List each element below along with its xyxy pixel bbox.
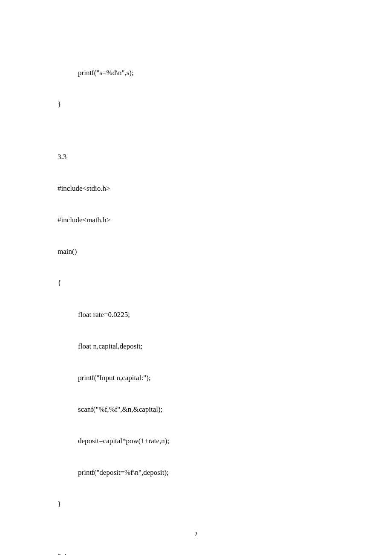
code-line: main(): [58, 247, 334, 257]
code-line: printf("s=%d\n",s);: [58, 68, 334, 78]
section-label: 3.3: [58, 152, 334, 163]
code-line: scanf("%f,%f",&n,&capital);: [58, 404, 334, 415]
code-line: }: [58, 99, 334, 110]
code-block-3-3: 3.3 #include<stdio.h> #include<math.h> m…: [58, 131, 334, 530]
code-line: {: [58, 278, 334, 289]
code-line: float rate=0.0225;: [58, 310, 334, 320]
code-line: printf("deposit=%f\n",deposit);: [58, 468, 334, 478]
section-label: 3.4: [58, 552, 334, 555]
page-content: printf("s=%d\n",s); } 3.3 #include<stdio…: [0, 0, 392, 555]
code-line: float n,capital,deposit;: [58, 341, 334, 352]
code-line: deposit=capital*pow(1+rate,n);: [58, 436, 334, 447]
code-line: #include<stdio.h>: [58, 183, 334, 194]
code-line: }: [58, 499, 334, 510]
code-line: #include<math.h>: [58, 215, 334, 226]
page-number: 2: [0, 531, 392, 538]
code-line: printf("Input n,capital:");: [58, 373, 334, 384]
code-block-prev-tail: printf("s=%d\n",s); }: [58, 47, 334, 131]
